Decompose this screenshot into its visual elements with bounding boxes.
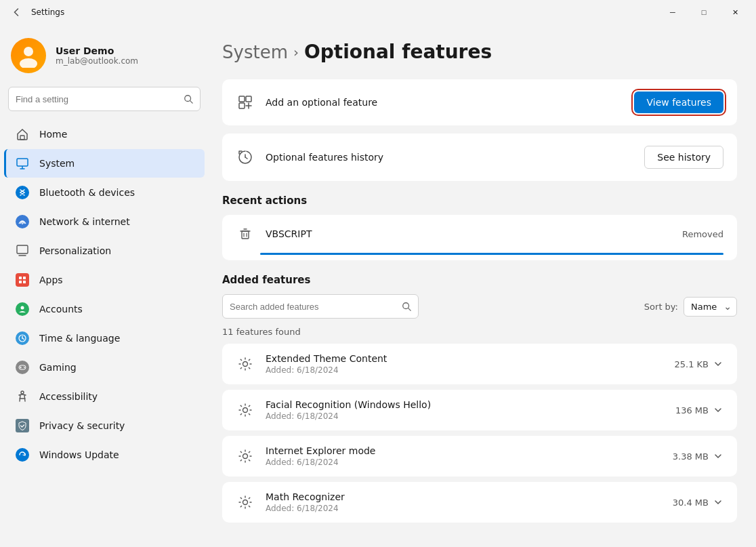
- feature-gear-icon-3: [236, 493, 255, 512]
- settings-search-input[interactable]: [16, 94, 184, 104]
- feature-name-2: Internet Explorer mode: [266, 445, 662, 456]
- network-icon: [15, 214, 30, 229]
- sidebar-item-home[interactable]: Home: [4, 120, 205, 148]
- feature-info-1: Facial Recognition (Windows Hello) Added…: [266, 399, 665, 421]
- sidebar-item-apps[interactable]: Apps: [4, 266, 205, 294]
- sidebar: User Demo m_lab@outlook.com: [0, 24, 209, 547]
- feature-date-0: Added: 6/18/2024: [266, 365, 663, 375]
- recent-actions-card: VBSCRIPT Removed: [222, 215, 737, 260]
- minimize-button[interactable]: ─: [657, 1, 688, 23]
- features-search-box[interactable]: [222, 294, 419, 319]
- sidebar-item-bluetooth-label: Bluetooth & devices: [39, 187, 135, 198]
- add-feature-card: Add an optional feature View features: [222, 79, 737, 125]
- sidebar-item-system[interactable]: System: [4, 149, 205, 178]
- breadcrumb: System › Optional features: [222, 41, 737, 63]
- feature-item-0: Extended Theme Content Added: 6/18/2024 …: [222, 344, 737, 384]
- view-features-button[interactable]: View features: [634, 92, 723, 113]
- sidebar-item-time[interactable]: Time & language: [4, 324, 205, 352]
- svg-rect-32: [242, 231, 249, 239]
- svg-point-0: [24, 47, 33, 56]
- sidebar-item-accounts[interactable]: Accounts: [4, 295, 205, 323]
- see-history-button[interactable]: See history: [644, 146, 723, 169]
- svg-line-38: [408, 308, 411, 311]
- add-feature-row: Add an optional feature View features: [222, 79, 737, 125]
- sidebar-item-apps-label: Apps: [39, 275, 63, 285]
- user-email: m_lab@outlook.com: [56, 56, 138, 66]
- svg-line-3: [190, 101, 193, 104]
- privacy-icon: [15, 418, 30, 433]
- breadcrumb-parent[interactable]: System: [222, 42, 288, 62]
- svg-rect-11: [19, 277, 22, 279]
- feature-size-label-1: 136 MB: [675, 405, 709, 416]
- svg-rect-26: [246, 96, 251, 102]
- recent-actions-title: Recent actions: [222, 195, 737, 207]
- feature-expand-icon-2[interactable]: [713, 451, 723, 462]
- svg-point-40: [243, 408, 248, 413]
- feature-name-0: Extended Theme Content: [266, 353, 663, 364]
- personalization-icon: [15, 243, 30, 258]
- close-button[interactable]: ✕: [719, 1, 751, 23]
- sidebar-item-gaming[interactable]: Gaming: [4, 353, 205, 382]
- sidebar-item-personalization[interactable]: Personalization: [4, 237, 205, 265]
- sort-select[interactable]: Name Size Date: [684, 297, 737, 317]
- svg-point-22: [24, 367, 24, 367]
- feature-item-2: Internet Explorer mode Added: 6/18/2024 …: [222, 436, 737, 477]
- feature-info-3: Math Recognizer Added: 6/18/2024: [266, 491, 662, 513]
- back-button[interactable]: [8, 4, 24, 20]
- svg-line-18: [22, 338, 24, 340]
- feature-size-label-0: 25.1 KB: [674, 359, 709, 369]
- app-container: User Demo m_lab@outlook.com: [0, 24, 756, 547]
- sidebar-item-bluetooth[interactable]: Bluetooth & devices: [4, 178, 205, 207]
- history-icon: [236, 148, 255, 167]
- feature-gear-icon-1: [236, 401, 255, 420]
- system-icon: [15, 156, 30, 171]
- accounts-icon: [15, 302, 30, 317]
- feature-size-2: 3.38 MB: [673, 451, 723, 462]
- add-feature-label: Add an optional feature: [266, 97, 623, 108]
- feature-name-3: Math Recognizer: [266, 491, 662, 502]
- accessibility-icon: [15, 389, 30, 404]
- sidebar-item-update[interactable]: Windows Update: [4, 441, 205, 469]
- svg-point-42: [243, 500, 248, 505]
- svg-point-1: [20, 58, 37, 68]
- settings-search-box[interactable]: [8, 87, 201, 111]
- sidebar-item-system-label: System: [39, 158, 75, 169]
- svg-rect-12: [23, 277, 26, 279]
- svg-point-24: [21, 391, 24, 394]
- svg-rect-5: [17, 159, 28, 166]
- app-title: Settings: [31, 7, 64, 17]
- sort-controls: Sort by: Name Size Date: [644, 297, 737, 317]
- recent-item-vbscript: VBSCRIPT Removed: [222, 215, 737, 253]
- feature-expand-icon-1[interactable]: [713, 405, 723, 416]
- svg-rect-14: [23, 281, 26, 283]
- sort-select-wrapper: Name Size Date: [684, 297, 737, 317]
- sidebar-item-home-label: Home: [39, 129, 67, 140]
- maximize-button[interactable]: □: [688, 1, 719, 23]
- sidebar-item-network[interactable]: Network & internet: [4, 207, 205, 236]
- sidebar-item-accounts-label: Accounts: [39, 304, 83, 315]
- breadcrumb-arrow: ›: [293, 44, 299, 60]
- sidebar-item-accessibility[interactable]: Accessibility: [4, 382, 205, 411]
- feature-expand-icon-3[interactable]: [713, 497, 723, 508]
- sidebar-item-privacy[interactable]: Privacy & security: [4, 411, 205, 440]
- breadcrumb-current: Optional features: [304, 41, 492, 63]
- sidebar-item-time-label: Time & language: [39, 333, 120, 344]
- feature-size-label-3: 30.4 MB: [673, 498, 709, 508]
- main-content: System › Optional features Add an option…: [209, 24, 756, 547]
- svg-rect-9: [17, 245, 28, 254]
- apps-icon: [15, 272, 30, 287]
- search-features-icon: [402, 302, 411, 311]
- feature-size-label-2: 3.38 MB: [673, 451, 709, 462]
- feature-expand-icon-0[interactable]: [713, 359, 723, 369]
- features-search-input[interactable]: [230, 302, 402, 312]
- feature-info-0: Extended Theme Content Added: 6/18/2024: [266, 353, 663, 375]
- feature-size-0: 25.1 KB: [674, 359, 723, 369]
- search-icon: [184, 94, 193, 104]
- recent-item-status: Removed: [682, 229, 723, 239]
- feature-date-3: Added: 6/18/2024: [266, 504, 662, 513]
- time-icon: [15, 331, 30, 346]
- added-features-title: Added features: [222, 274, 737, 286]
- trash-icon: [236, 224, 255, 243]
- sidebar-item-network-label: Network & internet: [39, 216, 130, 227]
- feature-date-1: Added: 6/18/2024: [266, 411, 665, 421]
